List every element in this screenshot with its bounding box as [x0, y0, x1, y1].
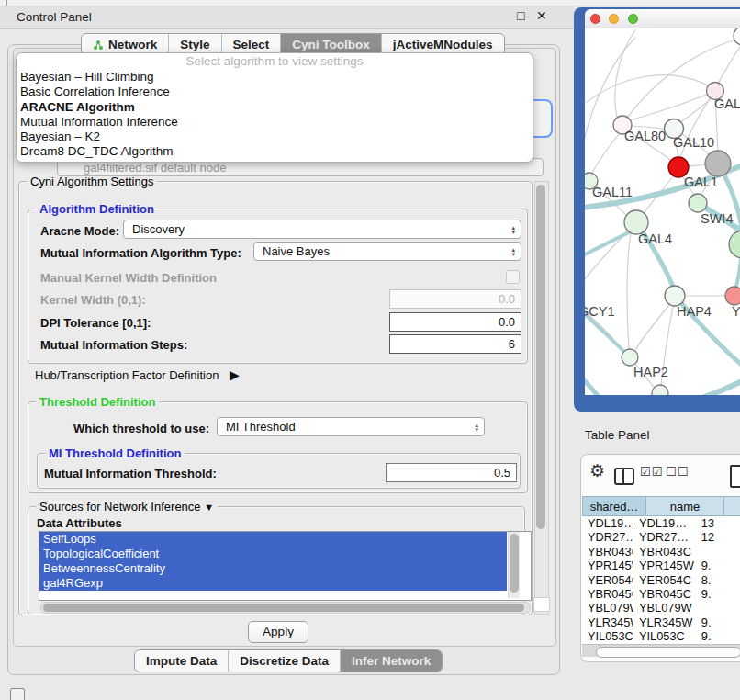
- clear-checks-icon[interactable]: ☐☐: [666, 465, 689, 479]
- attributes-vscrollbar[interactable]: [508, 532, 520, 598]
- table-panel: ⚙ ☑☑ ☐☐ shared…nameA YDL19…YDL19…13YDR27…: [580, 454, 740, 662]
- restore-panel-icon[interactable]: [10, 688, 25, 700]
- kernel-width-field[interactable]: 0.0: [389, 289, 521, 309]
- network-window-titlebar[interactable]: [585, 9, 740, 29]
- table-row[interactable]: YPR145WYPR145W9.: [582, 559, 740, 572]
- which-threshold-combo[interactable]: MI Threshold ▴▾: [217, 417, 485, 436]
- table-rows: YDL19…YDL19…13YDR27…YDR27…12YBR043CYBR04…: [582, 516, 740, 644]
- table-row[interactable]: YBL079WYBL079W: [582, 601, 740, 615]
- aracne-mode-label: Aracne Mode:: [40, 224, 119, 238]
- algorithm-option[interactable]: Bayesian – Hill Climbing: [17, 70, 533, 85]
- table-row[interactable]: YDL19…YDL19…13: [582, 516, 740, 530]
- table-cell: YBL079W: [633, 601, 696, 615]
- attributes-vscrollbar-thumb[interactable]: [510, 534, 519, 593]
- aracne-mode-value: Discovery: [132, 222, 185, 236]
- network-node[interactable]: [725, 287, 740, 305]
- column-header[interactable]: A: [724, 496, 740, 516]
- select-all-checks-icon[interactable]: ☑☑: [640, 465, 663, 479]
- gear-icon[interactable]: ⚙: [589, 460, 605, 481]
- network-window[interactable]: GALGAL80GAL10GAL1GAL11SWI4GAL4GCY1HAP4YH…: [574, 7, 740, 412]
- expanded-arrow-icon[interactable]: ▼: [204, 502, 214, 513]
- settings-vscrollbar[interactable]: [534, 181, 549, 615]
- table-row[interactable]: YBR045CYBR045C9.: [582, 587, 740, 601]
- attribute-item[interactable]: BetweennessCentrality: [39, 561, 507, 576]
- table-cell: YBR045C: [582, 587, 633, 601]
- tab-infer-network[interactable]: Infer Network: [341, 650, 442, 672]
- mi-type-combo[interactable]: Naive Bayes ▴▾: [253, 242, 521, 261]
- attributes-hscrollbar[interactable]: [40, 602, 531, 614]
- table-hscrollbar[interactable]: [582, 644, 740, 657]
- minimize-traffic-icon[interactable]: [609, 14, 619, 24]
- dpi-tolerance-field[interactable]: 0.0: [389, 312, 521, 332]
- close-traffic-icon[interactable]: [590, 14, 600, 24]
- network-edge[interactable]: [718, 45, 740, 84]
- algorithm-option[interactable]: Bayesian – K2: [17, 130, 533, 144]
- mi-threshold-field[interactable]: 0.5: [386, 463, 517, 482]
- settings-vscrollbar-thumb[interactable]: [536, 185, 545, 529]
- column-layout-icon[interactable]: [614, 468, 634, 485]
- table-row[interactable]: YDR27…YDR27…12: [582, 530, 740, 544]
- table-cell: [696, 545, 740, 559]
- mi-steps-field[interactable]: 6: [389, 334, 521, 354]
- column-header[interactable]: name: [646, 496, 724, 516]
- table-hscrollbar-thumb[interactable]: [596, 647, 740, 658]
- network-edge[interactable]: [592, 134, 619, 173]
- table-cell: YIL053C: [633, 629, 696, 643]
- table-cell: 12: [696, 530, 740, 544]
- algorithm-dropdown[interactable]: Select algorithm to view settings Bayesi…: [16, 52, 533, 163]
- table-row[interactable]: YER054CYER054C8.: [582, 573, 740, 587]
- network-canvas[interactable]: GALGAL80GAL10GAL1GAL11SWI4GAL4GCY1HAP4YH…: [585, 28, 740, 395]
- network-edge[interactable]: [587, 75, 708, 102]
- tab-discretize-data[interactable]: Discretize Data: [229, 650, 341, 672]
- node-label: GAL: [714, 96, 740, 111]
- attribute-item[interactable]: TopologicalCoefficient: [39, 547, 507, 561]
- table-cell: YBL079W: [582, 601, 633, 615]
- attribute-item[interactable]: SelfLoops: [39, 532, 507, 547]
- attribute-item[interactable]: gal4RGexp: [39, 576, 507, 591]
- algorithm-option[interactable]: Mutual Information Inference: [17, 115, 533, 130]
- table-row[interactable]: YIL053CYIL053C9.: [582, 629, 740, 643]
- network-edge[interactable]: [627, 233, 631, 349]
- network-node[interactable]: [729, 231, 740, 258]
- network-node[interactable]: [734, 28, 740, 45]
- network-edge[interactable]: [689, 164, 705, 166]
- new-table-icon[interactable]: [730, 465, 740, 488]
- network-node[interactable]: [665, 286, 685, 306]
- network-edge[interactable]: [585, 230, 634, 260]
- zoom-traffic-icon[interactable]: [628, 14, 638, 24]
- table-row[interactable]: YBR043CYBR043C: [582, 545, 740, 559]
- apply-button[interactable]: Apply: [248, 621, 308, 643]
- data-attributes-list[interactable]: SelfLoopsTopologicalCoefficientBetweenne…: [39, 531, 532, 601]
- network-edge[interactable]: [635, 305, 669, 350]
- network-canvas-wrap[interactable]: GALGAL80GAL10GAL1GAL11SWI4GAL4GCY1HAP4YH…: [585, 28, 740, 395]
- network-node[interactable]: [622, 349, 638, 366]
- network-icon: [93, 40, 104, 51]
- algorithm-option[interactable]: ARACNE Algorithm: [17, 100, 533, 115]
- column-header[interactable]: shared…: [582, 496, 646, 516]
- node-label: GCY1: [585, 304, 615, 319]
- table-row[interactable]: YLR345WYLR345W9.: [582, 615, 740, 629]
- mi-type-label: Mutual Information Algorithm Type:: [40, 246, 241, 260]
- algorithm-option[interactable]: Dream8 DC_TDC Algorithm: [17, 144, 533, 159]
- table-cell: YDR27…: [633, 530, 696, 544]
- tab-impute-data[interactable]: Impute Data: [135, 650, 229, 672]
- node-label: HAP2: [633, 365, 668, 379]
- top-strip-notch: [6, 0, 7, 6]
- algorithm-option[interactable]: Basic Correlation Inference: [17, 85, 533, 99]
- network-edge[interactable]: [585, 231, 629, 290]
- table-cell: YLR345W: [633, 615, 696, 629]
- attributes-hscrollbar-thumb[interactable]: [43, 604, 524, 612]
- close-panel-icon[interactable]: ✕: [536, 8, 547, 23]
- network-edge[interactable]: [680, 96, 713, 122]
- tab-label: Select: [233, 38, 270, 51]
- float-panel-icon[interactable]: □: [517, 8, 524, 23]
- aracne-mode-combo[interactable]: Discovery ▴▾: [123, 220, 521, 239]
- hub-definition-toggle[interactable]: Hub/Transcription Factor Definition ▶: [35, 367, 240, 382]
- manual-kernel-checkbox[interactable]: [506, 270, 520, 284]
- network-node[interactable]: [689, 194, 707, 212]
- tab-label: Cyni Toolbox: [292, 38, 370, 51]
- network-edge[interactable]: [585, 367, 600, 395]
- network-node[interactable]: [652, 385, 668, 395]
- network-edge[interactable]: [615, 30, 635, 117]
- network-node[interactable]: [705, 151, 731, 176]
